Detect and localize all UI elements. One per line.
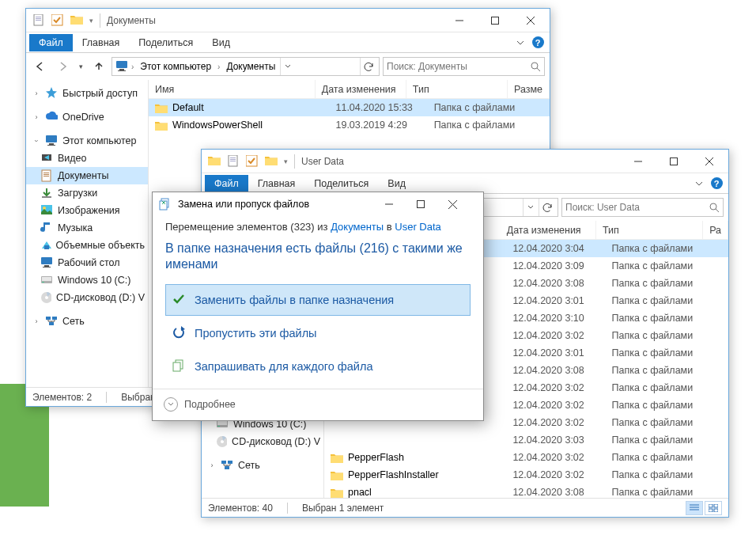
maximize-button[interactable] [477, 9, 512, 32]
nav-item[interactable]: Рабочий стол [26, 254, 148, 271]
source-link[interactable]: Документы [331, 221, 384, 233]
nav-network[interactable]: ›Сеть [26, 313, 148, 330]
help-icon: ? [711, 177, 723, 189]
chevron-right-icon[interactable]: › [216, 63, 221, 71]
nav-item[interactable]: Загрузки [26, 184, 148, 202]
breadcrumb-documents[interactable]: Документы [223, 61, 278, 72]
nav-item[interactable]: Windows 10 (C:) [26, 271, 148, 289]
help-button[interactable]: ? [708, 175, 725, 192]
titlebar[interactable]: ▾ User Data [202, 150, 728, 173]
search-box[interactable]: Поиск: User Data [561, 198, 724, 217]
window-title: User Data [301, 156, 344, 167]
nav-item[interactable]: Объемные объекть [26, 237, 148, 254]
tab-share[interactable]: Поделиться [129, 34, 202, 51]
search-box[interactable]: Поиск: Документы [383, 57, 545, 76]
tab-view[interactable]: Вид [378, 175, 415, 192]
file-row[interactable]: 12.04.2020 3:03Папка с файлами [324, 431, 728, 449]
address-history-dropdown[interactable] [280, 58, 294, 75]
breadcrumb-thispc[interactable]: Этот компьютер [137, 61, 214, 72]
file-row[interactable]: WindowsPowerShell19.03.2019 4:29Папка с … [149, 116, 550, 134]
select-check-icon[interactable] [51, 14, 64, 27]
file-row[interactable]: Default11.04.2020 15:33Папка с файлами [149, 99, 550, 116]
address-bar[interactable]: › Этот компьютер › Документы [112, 57, 380, 76]
nav-item[interactable]: Документы [26, 167, 148, 184]
nav-item[interactable]: Музыка [26, 219, 148, 237]
col-size[interactable]: Разме [508, 80, 550, 98]
close-button[interactable] [691, 150, 727, 173]
chevron-down-icon[interactable] [164, 397, 178, 412]
option-replace[interactable]: Заменить файлы в папке назначения [165, 284, 471, 316]
svg-rect-32 [709, 504, 713, 507]
dialog-titlebar[interactable]: Замена или пропуск файлов [153, 192, 483, 216]
nav-pane[interactable]: ›Быстрый доступ ›OneDrive ›Этот компьюте… [26, 80, 149, 387]
minimize-button[interactable] [441, 9, 477, 32]
folder-icon [155, 120, 168, 131]
svg-rect-34 [709, 509, 713, 512]
col-date[interactable]: Дата изменения [316, 80, 406, 98]
nav-item-icon [40, 152, 53, 165]
nav-drive-d[interactable]: CD-дисковод (D:) V [202, 433, 323, 450]
search-icon [709, 203, 720, 213]
tab-view[interactable]: Вид [202, 34, 240, 51]
ribbon-expand-icon[interactable] [690, 175, 708, 192]
maximize-button[interactable] [417, 200, 448, 209]
properties-icon[interactable] [227, 155, 240, 168]
close-button[interactable] [512, 9, 548, 32]
file-row[interactable]: PepperFlashInstaller12.04.2020 3:02Папка… [324, 466, 728, 484]
ribbon-expand-icon[interactable] [512, 34, 529, 51]
properties-icon[interactable] [32, 14, 45, 27]
nav-item[interactable]: Изображения [26, 202, 148, 219]
option-ask-each[interactable]: Запрашивать для каждого файла [165, 351, 471, 382]
chevron-right-icon[interactable]: › [130, 63, 135, 71]
conflict-dialog[interactable]: Замена или пропуск файлов Перемещение эл… [152, 192, 484, 421]
maximize-button[interactable] [656, 150, 691, 173]
tab-share[interactable]: Поделиться [304, 175, 378, 192]
more-details-link[interactable]: Подробнее [184, 399, 236, 410]
file-row[interactable]: pnacl12.04.2020 3:08Папка с файлами [324, 484, 728, 498]
help-button[interactable]: ? [529, 34, 546, 51]
qat-chevron[interactable]: ▾ [89, 17, 93, 25]
view-details-button[interactable] [686, 501, 703, 515]
refresh-button[interactable] [539, 199, 556, 216]
cd-icon [216, 435, 227, 448]
nav-item-icon [40, 204, 53, 217]
up-button[interactable] [89, 57, 108, 76]
nav-quick-access[interactable]: ›Быстрый доступ [26, 85, 148, 102]
nav-item[interactable]: CD-дисковод (D:) V [26, 289, 148, 306]
check-icon [172, 293, 187, 307]
minimize-button[interactable] [620, 150, 656, 173]
recent-locations[interactable]: ▾ [75, 57, 86, 76]
tab-home[interactable]: Главная [248, 175, 305, 192]
qat-chevron[interactable]: ▾ [284, 157, 288, 165]
dest-link[interactable]: User Data [395, 221, 441, 233]
titlebar[interactable]: ▾ Документы [26, 9, 550, 32]
forward-button[interactable] [53, 57, 72, 76]
view-large-icons-button[interactable] [705, 501, 722, 515]
tab-file[interactable]: Файл [205, 175, 248, 192]
column-headers[interactable]: Имя Дата изменения Тип Разме [149, 80, 550, 99]
nav-onedrive[interactable]: ›OneDrive [26, 108, 148, 126]
address-history-dropdown[interactable] [523, 199, 537, 216]
col-type[interactable]: Тип [596, 221, 703, 239]
tab-home[interactable]: Главная [73, 34, 130, 51]
nav-item-icon [40, 239, 51, 252]
address-row: ▾ › Этот компьютер › Документы Поиск: До… [26, 53, 550, 80]
window-title: Документы [107, 15, 156, 26]
col-date[interactable]: Дата изменения [501, 221, 596, 239]
option-skip[interactable]: Пропустить эти файлы [165, 317, 471, 349]
nav-network[interactable]: ›Сеть [202, 457, 323, 474]
col-size[interactable]: Ра [703, 221, 728, 239]
svg-rect-29 [44, 245, 49, 249]
tab-file[interactable]: Файл [29, 34, 73, 51]
folder-icon [331, 488, 343, 498]
refresh-button[interactable] [360, 58, 377, 75]
select-check-icon[interactable] [246, 155, 259, 168]
col-name[interactable]: Имя [149, 80, 316, 98]
nav-item[interactable]: Видео [26, 150, 148, 167]
minimize-button[interactable] [385, 200, 417, 209]
col-type[interactable]: Тип [406, 80, 508, 98]
file-row[interactable]: PepperFlash12.04.2020 3:02Папка с файлам… [324, 449, 728, 466]
nav-thispc[interactable]: ›Этот компьютер [26, 132, 148, 150]
close-button[interactable] [448, 200, 480, 209]
back-button[interactable] [31, 57, 50, 76]
